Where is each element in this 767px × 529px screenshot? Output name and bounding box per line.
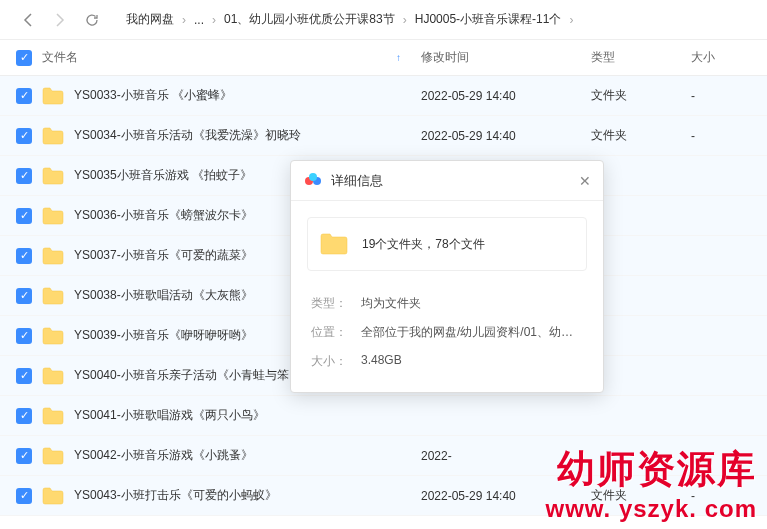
svg-point-2 bbox=[309, 173, 317, 181]
row-checkbox[interactable]: ✓ bbox=[16, 368, 32, 384]
folder-icon bbox=[42, 407, 64, 425]
file-name: YS0043-小班打击乐《可爱的小蚂蚁》 bbox=[74, 487, 277, 504]
breadcrumb-folder1[interactable]: 01、幼儿园小班优质公开课83节 bbox=[224, 11, 395, 28]
file-size: - bbox=[691, 89, 751, 103]
file-name: YS0041-小班歌唱游戏《两只小鸟》 bbox=[74, 407, 265, 424]
file-row[interactable]: ✓YS0041-小班歌唱游戏《两只小鸟》 bbox=[0, 396, 767, 436]
folder-icon bbox=[320, 232, 348, 256]
column-name[interactable]: 文件名↑ bbox=[42, 49, 421, 66]
detail-location-label: 位置： bbox=[311, 324, 361, 341]
toolbar: 我的网盘 › ... › 01、幼儿园小班优质公开课83节 › HJ0005-小… bbox=[0, 0, 767, 40]
folder-icon bbox=[42, 447, 64, 465]
file-type: 文件夹 bbox=[591, 487, 691, 504]
file-name: YS0038-小班歌唱活动《大灰熊》 bbox=[74, 287, 253, 304]
file-type: 文件夹 bbox=[591, 127, 691, 144]
sort-arrow-icon: ↑ bbox=[396, 52, 401, 63]
detail-size-row: 大小： 3.48GB bbox=[307, 347, 587, 376]
back-button[interactable] bbox=[16, 8, 40, 32]
chevron-right-icon: › bbox=[182, 13, 186, 27]
folder-icon bbox=[42, 247, 64, 265]
row-checkbox[interactable]: ✓ bbox=[16, 128, 32, 144]
chevron-right-icon: › bbox=[212, 13, 216, 27]
file-size: - bbox=[691, 489, 751, 503]
detail-location-value: 全部位于我的网盘/幼儿园资料/01、幼儿园小班... bbox=[361, 324, 583, 341]
file-name: YS0037-小班音乐《可爱的蔬菜》 bbox=[74, 247, 253, 264]
summary-text: 19个文件夹，78个文件 bbox=[362, 236, 485, 253]
detail-size-label: 大小： bbox=[311, 353, 361, 370]
folder-icon bbox=[42, 287, 64, 305]
row-checkbox[interactable]: ✓ bbox=[16, 88, 32, 104]
file-name: YS0042-小班音乐游戏《小跳蚤》 bbox=[74, 447, 253, 464]
details-modal: 详细信息 ✕ 19个文件夹，78个文件 类型： 均为文件夹 位置： 全部位于我的… bbox=[290, 160, 604, 393]
file-row[interactable]: ✓YS0042-小班音乐游戏《小跳蚤》2022- bbox=[0, 436, 767, 476]
detail-location-row: 位置： 全部位于我的网盘/幼儿园资料/01、幼儿园小班... bbox=[307, 318, 587, 347]
forward-button[interactable] bbox=[48, 8, 72, 32]
folder-icon bbox=[42, 207, 64, 225]
close-button[interactable]: ✕ bbox=[579, 173, 591, 189]
folder-icon bbox=[42, 327, 64, 345]
row-checkbox[interactable]: ✓ bbox=[16, 168, 32, 184]
file-name: YS0035小班音乐游戏 《拍蚊子》 bbox=[74, 167, 252, 184]
folder-icon bbox=[42, 87, 64, 105]
file-row[interactable]: ✓YS0034-小班音乐活动《我爱洗澡》初晓玲2022-05-29 14:40文… bbox=[0, 116, 767, 156]
modal-title-text: 详细信息 bbox=[331, 172, 383, 190]
breadcrumb-root[interactable]: 我的网盘 bbox=[126, 11, 174, 28]
file-row[interactable]: ✓YS0043-小班打击乐《可爱的小蚂蚁》2022-05-29 14:40文件夹… bbox=[0, 476, 767, 516]
file-size: - bbox=[691, 129, 751, 143]
row-checkbox[interactable]: ✓ bbox=[16, 288, 32, 304]
row-checkbox[interactable]: ✓ bbox=[16, 408, 32, 424]
breadcrumb: 我的网盘 › ... › 01、幼儿园小班优质公开课83节 › HJ0005-小… bbox=[122, 11, 577, 28]
folder-icon bbox=[42, 487, 64, 505]
chevron-right-icon: › bbox=[403, 13, 407, 27]
row-checkbox[interactable]: ✓ bbox=[16, 488, 32, 504]
cloud-logo-icon bbox=[303, 171, 323, 191]
column-size[interactable]: 大小 bbox=[691, 49, 751, 66]
folder-icon bbox=[42, 367, 64, 385]
modal-header: 详细信息 ✕ bbox=[291, 161, 603, 201]
file-time: 2022-05-29 14:40 bbox=[421, 489, 591, 503]
detail-type-value: 均为文件夹 bbox=[361, 295, 583, 312]
file-type: 文件夹 bbox=[591, 87, 691, 104]
row-checkbox[interactable]: ✓ bbox=[16, 328, 32, 344]
summary-box: 19个文件夹，78个文件 bbox=[307, 217, 587, 271]
chevron-right-icon: › bbox=[569, 13, 573, 27]
detail-size-value: 3.48GB bbox=[361, 353, 583, 370]
breadcrumb-dots[interactable]: ... bbox=[194, 13, 204, 27]
column-type[interactable]: 类型 bbox=[591, 49, 691, 66]
select-all-checkbox[interactable]: ✓ bbox=[16, 50, 32, 66]
detail-type-row: 类型： 均为文件夹 bbox=[307, 289, 587, 318]
folder-icon bbox=[42, 167, 64, 185]
refresh-button[interactable] bbox=[80, 8, 104, 32]
breadcrumb-folder2[interactable]: HJ0005-小班音乐课程-11个 bbox=[415, 11, 562, 28]
column-time[interactable]: 修改时间 bbox=[421, 49, 591, 66]
file-time: 2022-05-29 14:40 bbox=[421, 129, 591, 143]
row-checkbox[interactable]: ✓ bbox=[16, 208, 32, 224]
file-name: YS0034-小班音乐活动《我爱洗澡》初晓玲 bbox=[74, 127, 301, 144]
column-header-row: ✓ 文件名↑ 修改时间 类型 大小 bbox=[0, 40, 767, 76]
row-checkbox[interactable]: ✓ bbox=[16, 248, 32, 264]
file-name: YS0039-小班音乐《咿呀咿呀哟》 bbox=[74, 327, 253, 344]
file-name: YS0040-小班音乐亲子活动《小青蛙与笨 bbox=[74, 367, 289, 384]
file-name: YS0033-小班音乐 《小蜜蜂》 bbox=[74, 87, 232, 104]
detail-type-label: 类型： bbox=[311, 295, 361, 312]
file-row[interactable]: ✓YS0033-小班音乐 《小蜜蜂》2022-05-29 14:40文件夹- bbox=[0, 76, 767, 116]
file-name: YS0036-小班音乐《螃蟹波尔卡》 bbox=[74, 207, 253, 224]
file-time: 2022- bbox=[421, 449, 591, 463]
row-checkbox[interactable]: ✓ bbox=[16, 448, 32, 464]
folder-icon bbox=[42, 127, 64, 145]
file-time: 2022-05-29 14:40 bbox=[421, 89, 591, 103]
